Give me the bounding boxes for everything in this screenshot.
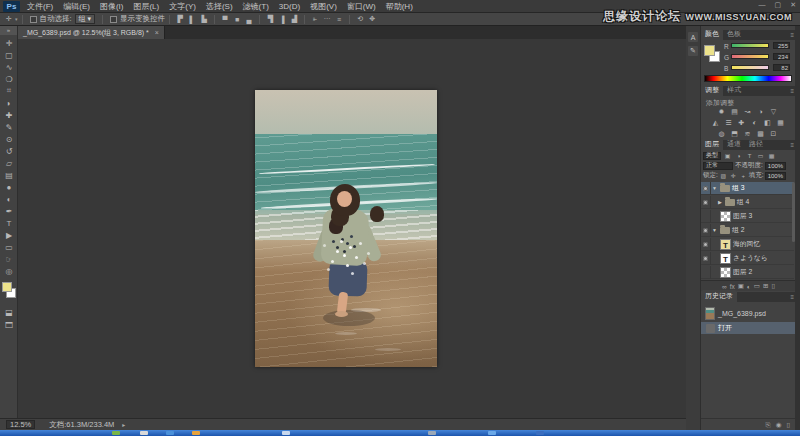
menu-image[interactable]: 图像(I) [100, 1, 124, 12]
tab-channels[interactable]: 通道 [723, 138, 745, 150]
tab-styles[interactable]: 样式 [723, 84, 745, 96]
filter-adjustment-icon[interactable]: ◑ [734, 152, 743, 160]
color-foreground-swatch[interactable] [704, 45, 715, 56]
tool-eyedropper[interactable]: ◗ [1, 97, 17, 109]
taskbar-app-icon[interactable] [112, 431, 120, 435]
tab-color[interactable]: 颜色 [701, 28, 723, 40]
screen-mode-icon[interactable]: 🗖 [1, 319, 17, 331]
auto-select-dropdown[interactable]: 组 ▾ [75, 14, 95, 24]
tool-move[interactable]: ✛ [1, 37, 17, 49]
adjustment-curves-icon[interactable]: ↝ [742, 107, 753, 116]
expand-arrow-icon[interactable]: ▼ [712, 227, 717, 233]
tool-blur[interactable]: ● [1, 181, 17, 193]
visibility-toggle[interactable] [701, 266, 711, 279]
menu-window[interactable]: 窗口(W) [347, 1, 376, 12]
layer-style-fx-icon[interactable]: fx [730, 283, 735, 290]
quick-mask-icon[interactable]: ⬓ [1, 306, 17, 318]
adjustment-bw-icon[interactable]: ✚ [736, 118, 747, 127]
document-tab[interactable]: _MG_6389.psd @ 12.5%(组 3, RGB/8) * × [18, 26, 165, 39]
tab-history[interactable]: 历史记录 [701, 290, 737, 302]
tab-swatches[interactable]: 色板 [723, 28, 745, 40]
history-state-open[interactable]: 打开 [701, 322, 796, 334]
adjustment-photo-filter-icon[interactable]: ◐ [749, 118, 760, 127]
distribute-hcenter-icon[interactable]: ⋯ [322, 14, 332, 24]
color-spectrum-ramp[interactable] [704, 75, 792, 82]
green-slider[interactable] [731, 54, 769, 59]
tool-zoom[interactable]: ◎ [1, 265, 17, 277]
tool-history-brush[interactable]: ↺ [1, 145, 17, 157]
fill-field[interactable]: 100% [765, 172, 786, 180]
expand-arrow-icon[interactable]: ▼ [712, 185, 717, 191]
adjustment-balance-icon[interactable]: ☰ [723, 118, 734, 127]
panel-menu-icon[interactable]: ≡ [790, 88, 794, 94]
menu-layer[interactable]: 图层(L) [133, 1, 159, 12]
layer-filter-type-dropdown[interactable]: 类型 [703, 152, 721, 160]
distribute-right-icon[interactable]: ≡ [334, 14, 344, 24]
layer-row-group2[interactable]: ▼ 组 2 [701, 224, 794, 237]
tool-gradient[interactable]: ▤ [1, 169, 17, 181]
adjustment-threshold-icon[interactable]: ≋ [742, 129, 753, 138]
blend-mode-dropdown[interactable]: 正常 [703, 162, 733, 170]
align-hcenter-icon[interactable]: ■ [232, 14, 242, 24]
status-options-arrow-icon[interactable]: ▸ [122, 421, 125, 428]
adjustment-posterize-icon[interactable]: ⬒ [729, 129, 740, 138]
tool-pen[interactable]: ✒ [1, 205, 17, 217]
filter-pixel-icon[interactable]: ▣ [723, 152, 732, 160]
tool-shape[interactable]: ▭ [1, 241, 17, 253]
visibility-toggle[interactable] [701, 196, 711, 209]
tool-lasso[interactable]: ∿ [1, 61, 17, 73]
adjustment-gradient-map-icon[interactable]: ▩ [755, 129, 766, 138]
auto-select-checkbox[interactable] [30, 16, 37, 23]
adjustment-color-lookup-icon[interactable]: ▦ [775, 118, 786, 127]
show-transform-checkbox[interactable] [110, 16, 117, 23]
panel-menu-icon[interactable]: ≡ [790, 142, 794, 148]
adjustment-channel-mixer-icon[interactable]: ◧ [762, 118, 773, 127]
menu-help[interactable]: 帮助(H) [386, 1, 413, 12]
new-group-icon[interactable]: ▭ [754, 282, 760, 290]
filter-shape-icon[interactable]: ▭ [756, 152, 765, 160]
adjustment-hue-icon[interactable]: ◭ [710, 118, 721, 127]
menu-filter[interactable]: 滤镜(T) [243, 1, 269, 12]
photo-document[interactable] [255, 90, 437, 367]
menu-select[interactable]: 选择(S) [206, 1, 233, 12]
visibility-toggle[interactable] [701, 182, 711, 195]
align-bottom-icon[interactable]: ▙ [199, 14, 209, 24]
adjustment-exposure-icon[interactable]: ◑ [755, 107, 766, 116]
delete-layer-icon[interactable]: ▯ [771, 282, 775, 290]
layer-row-layer3[interactable]: 图层 3 [701, 210, 794, 223]
adjustment-invert-icon[interactable]: ◍ [716, 129, 727, 138]
new-layer-icon[interactable]: ⊞ [763, 282, 768, 290]
lock-all-icon[interactable]: + [739, 172, 748, 180]
align-top-icon[interactable]: ▛ [175, 14, 185, 24]
tab-close-icon[interactable]: × [155, 29, 159, 36]
layer-row-group3[interactable]: ▼ 组 3 [701, 182, 794, 195]
tool-hand[interactable]: ☞ [1, 253, 17, 265]
lock-transparent-icon[interactable]: ▨ [719, 172, 728, 180]
tool-crop[interactable]: ⌗ [1, 85, 17, 97]
windows-taskbar[interactable] [0, 430, 800, 436]
tool-path-select[interactable]: ▶ [1, 229, 17, 241]
maximize-icon[interactable]: ▢ [775, 0, 782, 10]
tab-adjustments[interactable]: 调整 [701, 84, 723, 96]
layer-row-text-memory[interactable]: T 海的回忆 [701, 238, 794, 251]
collapse-arrow-icon[interactable]: ▶ [718, 199, 722, 205]
tab-paths[interactable]: 路径 [745, 138, 767, 150]
history-snapshot-row[interactable]: _MG_6389.psd [701, 305, 796, 321]
visibility-toggle[interactable] [701, 252, 711, 265]
menu-file[interactable]: 文件(F) [27, 1, 53, 12]
green-value-field[interactable]: 234 [773, 53, 790, 60]
tool-eraser[interactable]: ▱ [1, 157, 17, 169]
minimize-icon[interactable]: — [759, 0, 766, 10]
collapsed-panel-icon-1[interactable]: A [688, 32, 698, 42]
taskbar-app-icon[interactable] [488, 431, 496, 435]
canvas-area[interactable] [18, 39, 686, 418]
layer-row-text-sayonara[interactable]: T さようなら [701, 252, 794, 265]
menu-type[interactable]: 文字(Y) [169, 1, 196, 12]
link-layers-icon[interactable]: ∞ [722, 283, 727, 290]
panel-menu-icon[interactable]: ≡ [790, 294, 794, 300]
new-doc-from-state-icon[interactable]: ⎘ [766, 421, 771, 429]
distribute-bottom-icon[interactable]: ▟ [289, 14, 299, 24]
3d-rotate-icon[interactable]: ⟲ [355, 14, 365, 24]
taskbar-app-icon[interactable] [282, 431, 290, 435]
adjustment-selective-color-icon[interactable]: ⊡ [768, 129, 779, 138]
